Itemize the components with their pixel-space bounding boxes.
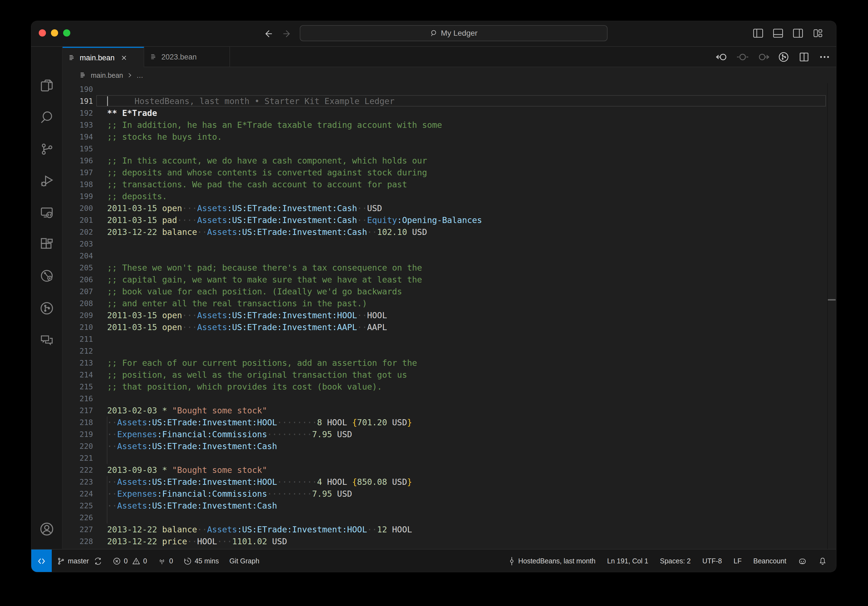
code-line-208[interactable]: 208;; and enter all the real transaction… <box>62 298 836 309</box>
code-line-192[interactable]: 192** E*Trade <box>62 107 836 119</box>
split-editor-icon[interactable] <box>798 51 810 63</box>
breadcrumb-symbol[interactable]: … <box>136 71 143 79</box>
code-line-203[interactable]: 203 <box>62 238 836 250</box>
encoding-status[interactable]: UTF-8 <box>702 557 722 565</box>
code-line-212[interactable]: 212 <box>62 345 836 357</box>
code-line-190[interactable]: 190 <box>62 83 836 95</box>
navigate-back-button[interactable] <box>260 26 276 42</box>
code-line-201[interactable]: 2012011-03-15 pad····Assets:US:ETrade:In… <box>62 214 836 226</box>
git-graph-status[interactable]: Git Graph <box>229 557 259 565</box>
code-line-204[interactable]: 204 <box>62 250 836 262</box>
code-line-227[interactable]: 2272013-12-22 balance··Assets:US:ETrade:… <box>62 524 836 535</box>
search-value: My Ledger <box>441 29 477 38</box>
git-graph-view-icon[interactable] <box>38 299 56 317</box>
nav-current-change-icon[interactable] <box>736 51 749 63</box>
ports-status[interactable]: 0 <box>158 557 173 566</box>
git-branch-status[interactable]: master <box>57 557 102 565</box>
gitlens-blame-status[interactable]: HostedBeans, last month <box>508 557 595 566</box>
toggle-panel-button[interactable] <box>772 27 784 39</box>
toggle-primary-sidebar-button[interactable] <box>752 27 764 39</box>
breadcrumb[interactable]: main.bean … <box>62 67 836 83</box>
tab-main-bean[interactable]: main.bean <box>62 47 144 68</box>
line-number: 192 <box>65 107 93 119</box>
maximize-window-button[interactable] <box>63 29 70 37</box>
line-number: 217 <box>65 405 93 417</box>
line-number: 226 <box>65 511 93 524</box>
eol-status[interactable]: LF <box>733 557 741 565</box>
gitlens-icon[interactable] <box>38 268 56 285</box>
code-line-213[interactable]: 213;; For each of our current positions,… <box>62 357 836 369</box>
extensions-icon[interactable] <box>38 236 56 253</box>
notifications-status[interactable] <box>818 557 827 565</box>
close-tab-icon[interactable] <box>121 54 127 61</box>
code-line-219[interactable]: 219··Expenses:Financial:Commissions·····… <box>62 428 836 440</box>
warning-count: 0 <box>143 557 147 565</box>
code-line-218[interactable]: 218··Assets:US:ETrade:Investment:HOOL···… <box>62 417 836 428</box>
code-line-225[interactable]: 225··Assets:US:ETrade:Investment:Cash <box>62 500 836 511</box>
code-text: 2013-12-22 balance··Assets:US:ETrade:Inv… <box>107 524 412 535</box>
code-line-196[interactable]: 196;; In this account, we do have a cash… <box>62 155 836 167</box>
code-line-209[interactable]: 2092011-03-15 open···Assets:US:ETrade:In… <box>62 309 836 321</box>
code-line-217[interactable]: 2172013-02-03 * "Bought some stock" <box>62 405 836 417</box>
code-line-194[interactable]: 194;; stocks he buys into. <box>62 131 836 143</box>
minimize-window-button[interactable] <box>51 29 58 37</box>
code-editor[interactable]: 190191HostedBeans, last month • Starter … <box>62 83 836 550</box>
code-line-200[interactable]: 2002011-03-15 open···Assets:US:ETrade:In… <box>62 202 836 214</box>
code-line-202[interactable]: 2022013-12-22 balance··Assets:US:ETrade:… <box>62 226 836 238</box>
code-line-221[interactable]: 221 <box>62 452 836 464</box>
search-view-icon[interactable] <box>38 108 56 126</box>
explorer-icon[interactable] <box>38 77 56 95</box>
code-text: ;; capital gain, we want to make sure th… <box>107 274 422 285</box>
code-line-197[interactable]: 197;; deposits and whose contents is con… <box>62 167 836 178</box>
copilot-status[interactable] <box>798 557 807 566</box>
cursor-position-status[interactable]: Ln 191, Col 1 <box>607 557 648 565</box>
line-number: 194 <box>65 131 93 143</box>
code-line-223[interactable]: 223··Assets:US:ETrade:Investment:HOOL···… <box>62 476 836 488</box>
code-line-205[interactable]: 205;; These we won't pad; because there'… <box>62 262 836 274</box>
code-line-195[interactable]: 195 <box>62 143 836 155</box>
code-line-224[interactable]: 224··Expenses:Financial:Commissions·····… <box>62 488 836 500</box>
breadcrumb-file[interactable]: main.bean <box>91 71 123 79</box>
git-graph-action-icon[interactable] <box>778 51 790 63</box>
time-tracker-status[interactable]: 45 mins <box>183 557 219 565</box>
navigate-forward-button[interactable] <box>279 26 295 42</box>
command-center-search[interactable]: My Ledger <box>300 25 608 41</box>
code-line-222[interactable]: 2222013-09-03 * "Bought some stock" <box>62 464 836 476</box>
code-line-226[interactable]: 226 <box>62 511 836 524</box>
indentation-status[interactable]: Spaces: 2 <box>660 557 691 565</box>
language-mode-status[interactable]: Beancount <box>753 557 786 565</box>
title-bar: My Ledger <box>31 21 836 47</box>
nav-forward-change-icon[interactable] <box>757 51 769 63</box>
desktop-background: My Ledger <box>0 0 868 606</box>
code-line-220[interactable]: 220··Assets:US:ETrade:Investment:Cash <box>62 440 836 452</box>
account-icon[interactable] <box>38 520 56 538</box>
code-text: ;; transactions. We pad the cash account… <box>107 178 407 191</box>
source-control-icon[interactable] <box>38 140 56 158</box>
code-line-199[interactable]: 199;; deposits. <box>62 191 836 202</box>
run-debug-icon[interactable] <box>38 172 56 190</box>
code-line-214[interactable]: 214;; position, as well as the original … <box>62 369 836 381</box>
code-line-206[interactable]: 206;; capital gain, we want to make sure… <box>62 274 836 285</box>
code-line-193[interactable]: 193;; In addition, he has an E*Trade tax… <box>62 119 836 131</box>
code-line-191[interactable]: 191HostedBeans, last month • Starter Kit… <box>62 95 836 107</box>
remote-indicator[interactable] <box>31 550 52 572</box>
code-line-228[interactable]: 2282013-12-22 price··HOOL···1101.02 USD <box>62 535 836 547</box>
code-text: 2013-12-22 price··HOOL···1101.02 USD <box>107 535 287 547</box>
code-line-207[interactable]: 207;; book value for each position. (Ide… <box>62 285 836 298</box>
tab-2023-bean[interactable]: 2023.bean <box>144 47 230 67</box>
customize-layout-button[interactable] <box>812 27 824 39</box>
nav-back-change-icon[interactable] <box>716 51 728 63</box>
code-line-211[interactable]: 211 <box>62 333 836 345</box>
comments-icon[interactable] <box>38 331 56 349</box>
toggle-secondary-sidebar-button[interactable] <box>792 27 804 39</box>
more-actions-icon[interactable] <box>818 51 831 63</box>
code-line-215[interactable]: 215;; that position, which provides its … <box>62 381 836 393</box>
code-line-210[interactable]: 2102011-03-15 open···Assets:US:ETrade:In… <box>62 321 836 333</box>
code-text: ;; that position, which provides its cos… <box>107 381 382 393</box>
code-line-216[interactable]: 216 <box>62 393 836 405</box>
code-text: ;; book value for each position. (Ideall… <box>107 285 402 298</box>
problems-status[interactable]: 0 0 <box>113 557 147 565</box>
remote-explorer-icon[interactable] <box>38 204 56 222</box>
close-window-button[interactable] <box>39 29 46 37</box>
code-line-198[interactable]: 198;; transactions. We pad the cash acco… <box>62 178 836 191</box>
